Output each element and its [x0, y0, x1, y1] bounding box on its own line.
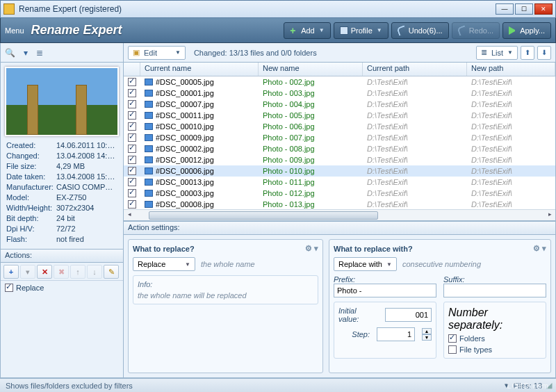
scroll-right-button[interactable]: ▸ — [544, 211, 555, 220]
current-path: D:\Test\Exif\ — [363, 189, 467, 197]
suffix-input[interactable] — [443, 284, 546, 297]
table-row[interactable]: #DSC_00010.jpgPhoto - 006.jpgD:\Test\Exi… — [124, 121, 555, 132]
row-checkbox[interactable] — [128, 111, 136, 120]
prefix-input[interactable] — [334, 284, 436, 297]
new-name: Photo - 008.jpg — [259, 145, 363, 153]
table-row[interactable]: #DSC_00002.jpgPhoto - 008.jpgD:\Test\Exi… — [124, 143, 555, 154]
edit-action-button[interactable]: ✎ — [104, 265, 119, 279]
row-checkbox[interactable] — [128, 156, 136, 164]
gear-icon[interactable]: ⚙ ▾ — [305, 244, 318, 253]
file-icon — [145, 201, 153, 208]
magnifier-icon[interactable]: 🔍 — [5, 48, 15, 58]
gear-icon[interactable]: ⚙ ▾ — [533, 244, 546, 253]
status-text: Shows files/folders excluded by filters — [6, 382, 133, 390]
table-row[interactable]: #DSC_00006.jpgPhoto - 010.jpgD:\Test\Exi… — [124, 165, 555, 177]
row-checkbox[interactable] — [128, 178, 136, 186]
current-path: D:\Test\Exif\ — [363, 178, 467, 186]
move-down-button: ↓ — [87, 265, 102, 279]
table-row[interactable]: #DSC_00012.jpgPhoto - 009.jpgD:\Test\Exi… — [124, 154, 555, 165]
table-row[interactable]: #DSC_00009.jpgPhoto - 007.jpgD:\Test\Exi… — [124, 132, 555, 143]
meta-key: Date taken: — [6, 172, 56, 182]
scroll-thumb[interactable] — [149, 211, 378, 220]
table-row[interactable]: #DSC_00005.jpgPhoto - 002.jpgD:\Test\Exi… — [124, 76, 555, 88]
table-row[interactable]: #DSC_00007.jpgPhoto - 004.jpgD:\Test\Exi… — [124, 99, 555, 110]
profile-button[interactable]: Profile▼ — [334, 22, 389, 39]
suffix-label: Suffix: — [443, 275, 465, 284]
row-checkbox[interactable] — [128, 100, 136, 108]
grid-header: Current name New name Current path New p… — [124, 63, 555, 76]
col-current-name[interactable]: Current name — [140, 63, 259, 76]
profile-icon — [340, 26, 348, 35]
col-new-name[interactable]: New name — [259, 63, 363, 76]
file-icon — [145, 168, 153, 174]
replace-mode-dropdown[interactable]: Replace▼ — [133, 257, 195, 271]
step-input[interactable] — [377, 327, 415, 341]
table-row[interactable]: #DSC_00003.jpgPhoto - 012.jpgD:\Test\Exi… — [124, 188, 555, 199]
current-name: #DSC_00013.jpg — [156, 178, 214, 186]
new-path: D:\Test\Exif\ — [467, 145, 555, 153]
menu-button[interactable]: Menu — [5, 26, 24, 35]
col-check[interactable] — [124, 63, 140, 76]
list-icon[interactable]: ≣ — [36, 48, 43, 58]
grid-toolbar: ▣ Edit ▼ Changed: 13/13 files and 0/0 fo… — [124, 43, 555, 63]
current-name: #DSC_00008.jpg — [156, 200, 214, 209]
new-name: Photo - 002.jpg — [259, 78, 363, 86]
add-action-button[interactable]: + — [3, 265, 19, 279]
edit-dropdown[interactable]: ▣ Edit ▼ — [128, 46, 186, 60]
apply-button[interactable]: Apply... — [502, 22, 551, 39]
action-settings-title: Action settings: — [124, 221, 555, 235]
new-path: D:\Test\Exif\ — [467, 189, 555, 197]
row-checkbox[interactable] — [128, 78, 136, 86]
current-path: D:\Test\Exif\ — [363, 100, 467, 108]
preview-image — [5, 67, 119, 136]
filter-status-icon[interactable]: ▾ — [505, 381, 509, 390]
minimize-button[interactable]: — — [496, 3, 514, 15]
current-name: #DSC_00010.jpg — [156, 122, 214, 131]
undo-button[interactable]: Undo(6)... — [391, 22, 449, 39]
add-button[interactable]: + Add▼ — [284, 22, 331, 39]
table-row[interactable]: #DSC_00011.jpgPhoto - 005.jpgD:\Test\Exi… — [124, 110, 555, 121]
undo-icon — [396, 25, 407, 35]
replace-with-mode-dropdown[interactable]: Replace with▼ — [334, 257, 397, 271]
meta-value: 13.04.2008 14:11:32 — [56, 151, 117, 161]
action-item[interactable]: Replace — [5, 284, 119, 292]
horizontal-scrollbar[interactable]: ◂ ▸ — [124, 209, 555, 220]
resize-grip-icon[interactable]: ◢ — [546, 381, 550, 390]
table-row[interactable]: #DSC_00013.jpgPhoto - 011.jpgD:\Test\Exi… — [124, 177, 555, 188]
window-title: Rename Expert (registered) — [19, 4, 494, 14]
col-current-path[interactable]: Current path — [363, 63, 467, 76]
action-checkbox[interactable] — [5, 284, 13, 292]
new-path: D:\Test\Exif\ — [467, 200, 555, 209]
meta-value: 4,29 MB — [56, 161, 117, 172]
initial-value-input[interactable] — [385, 308, 432, 322]
row-checkbox[interactable] — [128, 189, 136, 197]
row-checkbox[interactable] — [128, 122, 136, 131]
table-row[interactable]: #DSC_00001.jpgPhoto - 003.jpgD:\Test\Exi… — [124, 88, 555, 99]
row-checkbox[interactable] — [128, 145, 136, 153]
step-spinner[interactable]: ▲▼ — [422, 328, 432, 341]
meta-key: Flash: — [6, 234, 56, 245]
file-icon — [145, 123, 153, 130]
filter-icon[interactable]: ▾ — [24, 48, 28, 58]
table-row[interactable]: #DSC_00008.jpgPhoto - 013.jpgD:\Test\Exi… — [124, 199, 555, 209]
row-checkbox[interactable] — [128, 167, 136, 175]
close-button[interactable]: ✕ — [534, 3, 553, 15]
actions-toolbar: + ▾ ✕ ✖ ↑ ↓ ✎ — [1, 263, 123, 281]
info-text: the whole name will be replaced — [138, 291, 247, 300]
row-checkbox[interactable] — [128, 133, 136, 142]
scroll-left-button[interactable]: ◂ — [124, 211, 135, 220]
remove-action-button[interactable]: ✕ — [37, 265, 52, 279]
action-settings: What to replace? ⚙ ▾ Replace▼ the whole … — [124, 235, 555, 377]
move-down-row-button[interactable]: ⬇ — [537, 46, 551, 60]
filetypes-checkbox[interactable] — [448, 345, 457, 354]
move-up-row-button[interactable]: ⬆ — [521, 46, 534, 60]
maximize-button[interactable]: ☐ — [515, 3, 533, 15]
folders-checkbox[interactable] — [448, 334, 457, 343]
row-checkbox[interactable] — [128, 200, 136, 209]
meta-value: EX-Z750 — [56, 193, 117, 203]
row-checkbox[interactable] — [128, 89, 136, 97]
play-icon — [509, 26, 517, 35]
col-new-path[interactable]: New path — [467, 63, 555, 76]
grid-body[interactable]: #DSC_00005.jpgPhoto - 002.jpgD:\Test\Exi… — [124, 76, 555, 209]
view-dropdown[interactable]: ≣ List ▼ — [476, 46, 518, 60]
